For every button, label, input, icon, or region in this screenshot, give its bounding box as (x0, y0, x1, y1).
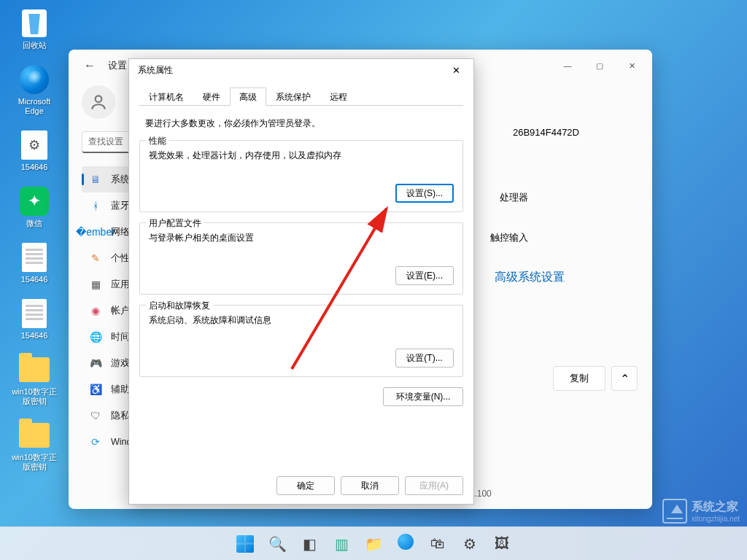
touch-label: 触控输入 (490, 231, 528, 244)
taskbar-edge[interactable] (391, 529, 420, 559)
wechat-icon: ✦ (20, 187, 49, 216)
performance-title: 性能 (146, 135, 169, 147)
shield-icon: 🛡 (89, 409, 102, 422)
expand-button[interactable]: ⌃ (611, 366, 638, 391)
search-icon: 🔍 (268, 535, 287, 553)
desktop-icon-file-3[interactable]: 154646 (9, 298, 60, 341)
store-icon: 🛍 (430, 535, 445, 552)
widgets-icon: ▥ (335, 535, 349, 553)
taskbar-app[interactable]: 🖼 (487, 529, 516, 559)
taskbar-settings[interactable]: ⚙ (455, 529, 484, 559)
gaming-icon: 🎮 (89, 357, 102, 370)
folder-icon (19, 423, 50, 448)
text-file-icon (22, 299, 47, 328)
edge-icon (20, 65, 49, 94)
advanced-system-settings-link[interactable]: 高级系统设置 (495, 270, 565, 285)
back-button[interactable]: ← (79, 55, 101, 77)
settings-title: 设置 (108, 59, 127, 72)
tab-computer-name[interactable]: 计算机名 (139, 88, 193, 106)
processor-label: 处理器 (500, 191, 528, 204)
dialog-title: 系统属性 (138, 64, 173, 77)
folder-icon (19, 357, 50, 382)
tab-system-protection[interactable]: 系统保护 (266, 88, 320, 106)
tab-remote[interactable]: 远程 (320, 88, 357, 106)
performance-group: 性能 视觉效果，处理器计划，内存使用，以及虚拟内存 设置(S)... (139, 140, 463, 212)
brush-icon: ✎ (89, 252, 102, 265)
desktop-icon-file-2[interactable]: 154646 (9, 241, 60, 284)
taskbar-search[interactable]: 🔍 (263, 529, 292, 559)
ok-button[interactable]: 确定 (276, 476, 335, 495)
desktop-icon-recycle-bin[interactable]: 回收站 (9, 7, 60, 50)
recycle-bin-icon (22, 9, 47, 37)
desktop-icon-folder-2[interactable]: win10数字正版密钥 (9, 419, 60, 472)
start-button[interactable] (231, 529, 260, 559)
taskview-icon: ◧ (303, 535, 317, 553)
cancel-button[interactable]: 取消 (341, 476, 399, 495)
desktop-icon-edge[interactable]: Microsoft Edge (9, 63, 60, 116)
user-profiles-group: 用户配置文件 与登录帐户相关的桌面设置 设置(E)... (139, 222, 463, 295)
user-profiles-title: 用户配置文件 (146, 217, 204, 230)
desktop-icon-wechat[interactable]: ✦微信 (9, 185, 60, 228)
minimize-button[interactable]: — (551, 55, 584, 77)
system-icon: 🖥 (89, 173, 102, 186)
settings-icon: ⚙ (463, 535, 476, 553)
tab-strip: 计算机名 硬件 高级 系统保护 远程 (139, 87, 463, 106)
clock-icon: 🌐 (89, 330, 102, 343)
explorer-icon: 📁 (365, 535, 383, 553)
performance-settings-button[interactable]: 设置(S)... (395, 184, 454, 203)
environment-variables-button[interactable]: 环境变量(N)... (383, 387, 463, 406)
startup-recovery-title: 启动和故障恢复 (146, 300, 213, 312)
settings-file-icon: ⚙ (21, 131, 47, 160)
close-button[interactable]: ✕ (616, 55, 648, 77)
desktop-icon-folder-1[interactable]: win10数字正版密钥 (9, 354, 60, 406)
tab-hardware[interactable]: 硬件 (193, 88, 230, 106)
wifi-icon: �ember (89, 225, 102, 238)
startup-recovery-settings-button[interactable]: 设置(T)... (395, 349, 454, 368)
update-icon: ⟳ (89, 435, 102, 448)
desktop-icon-file-1[interactable]: ⚙154646 (9, 129, 60, 172)
dialog-close-button[interactable]: ✕ (441, 61, 471, 79)
taskbar-widgets[interactable]: ▥ (327, 529, 356, 559)
svg-point-0 (96, 96, 102, 102)
device-id-value: 26B914F4472D (513, 127, 579, 138)
startup-recovery-desc: 系统启动、系统故障和调试信息 (149, 314, 454, 327)
accessibility-icon: ♿ (89, 383, 102, 396)
start-icon (236, 535, 254, 553)
user-profiles-desc: 与登录帐户相关的桌面设置 (149, 232, 454, 244)
text-file-icon (22, 243, 47, 272)
watermark-icon (662, 499, 687, 524)
avatar-icon (82, 85, 115, 119)
startup-recovery-group: 启动和故障恢复 系统启动、系统故障和调试信息 设置(T)... (139, 305, 463, 377)
bluetooth-icon: ᚼ (89, 199, 102, 212)
taskbar-explorer[interactable]: 📁 (359, 529, 388, 559)
admin-note: 要进行大多数更改，你必须作为管理员登录。 (139, 114, 463, 140)
app-icon: 🖼 (495, 535, 509, 552)
maximize-button[interactable]: ▢ (584, 55, 616, 77)
performance-desc: 视觉效果，处理器计划，内存使用，以及虚拟内存 (149, 149, 454, 162)
apps-icon: ▦ (89, 278, 102, 291)
system-properties-dialog: 系统属性 ✕ 计算机名 硬件 高级 系统保护 远程 要进行大多数更改，你必须作为… (128, 58, 474, 505)
taskbar-taskview[interactable]: ◧ (295, 529, 324, 559)
copy-button[interactable]: 复制 (553, 366, 605, 391)
edge-icon (398, 534, 414, 553)
account-icon: ◉ (89, 304, 102, 317)
user-profiles-settings-button[interactable]: 设置(E)... (395, 266, 454, 285)
taskbar-store[interactable]: 🛍 (423, 529, 452, 559)
tab-advanced[interactable]: 高级 (230, 88, 266, 106)
apply-button[interactable]: 应用(A) (405, 476, 463, 495)
taskbar: 🔍 ◧ ▥ 📁 🛍 ⚙ 🖼 (0, 526, 747, 560)
watermark: 系统之家 xitongzhijia.net (662, 499, 740, 524)
